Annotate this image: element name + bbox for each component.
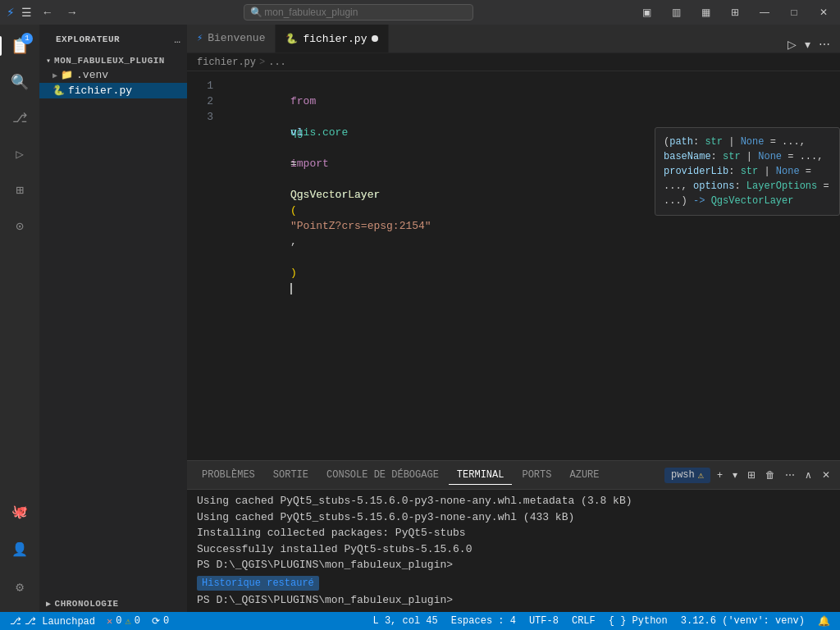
tooltip-param-options: options — [693, 180, 734, 192]
panel-tab-bar: PROBLÈMES SORTIE CONSOLE DE DÉBOGAGE TER… — [187, 461, 840, 490]
settings-icon: ⚙ — [16, 579, 24, 596]
status-errors[interactable]: ✕ 0 ⚠ 0 — [103, 612, 144, 630]
title-bar-right: ▣ ▥ ▦ ⊞ — □ ✕ — [637, 2, 833, 22]
status-python-version[interactable]: 3.12.6 ('venv': venv) — [678, 612, 808, 630]
sidebar-more-button[interactable]: … — [174, 34, 180, 46]
status-bell[interactable]: 🔔 — [815, 612, 833, 630]
branch-label: ⎇ Launchpad — [25, 615, 95, 628]
status-line-ending[interactable]: CRLF — [568, 612, 599, 630]
activity-item-settings[interactable]: ⚙ — [3, 571, 36, 604]
code-editor[interactable]: 1 from qgis.core import QgsVectorLayer 2 — [187, 71, 840, 460]
search-icon: 🔍 — [250, 7, 262, 19]
remote-icon: ⊙ — [16, 218, 24, 235]
activity-item-debug[interactable]: ▷ — [3, 138, 36, 171]
breadcrumb-item-2[interactable]: ... — [268, 57, 286, 68]
editor-actions: ▷ ▾ ⋯ — [778, 36, 840, 52]
status-branch[interactable]: ⎇ ⎇ Launchpad — [7, 612, 98, 630]
sidebar-chronologie-section[interactable]: ▶ CHRONOLOGIE — [39, 596, 187, 612]
tooltip-return-type: QgsVectorLayer — [711, 195, 794, 207]
status-language[interactable]: { } Python — [605, 612, 671, 630]
term-line-1: Using cached PyQt5_stubs-5.15.6.0-py3-no… — [197, 493, 830, 509]
venv-label: .venv — [76, 69, 108, 81]
line-content-2 — [226, 94, 840, 109]
tooltip-param-basename: baseName — [664, 151, 711, 162]
python-file-icon: 🐍 — [52, 84, 65, 97]
root-chevron-icon: ▾ — [46, 56, 51, 66]
status-sync[interactable]: ⟳ 0 — [148, 612, 172, 630]
breadcrumb-item-0[interactable]: fichier.py — [197, 57, 256, 68]
warning-icon: ⚠ — [125, 615, 130, 628]
activity-item-explorer[interactable]: 📋 1 — [3, 30, 36, 62]
editor-area: ⚡ Bienvenue 🐍 fichier.py ▷ ▾ ⋯ fichier.p… — [187, 25, 840, 612]
status-position[interactable]: L 3, col 45 — [369, 612, 441, 630]
line-number-3: 3 — [187, 109, 226, 125]
split-terminal-button[interactable]: ⊞ — [744, 468, 759, 482]
layout-panel-button[interactable]: ▦ — [696, 2, 715, 22]
terminal-prompt: PS D:\_QGIS\PLUGINS\mon_fabuleux_plugin> — [197, 592, 830, 609]
tab-problems[interactable]: PROBLÈMES — [194, 466, 263, 484]
layout-split-button[interactable]: ▥ — [666, 2, 686, 22]
terminal-dropdown-button[interactable]: ▾ — [729, 468, 741, 482]
panel-close-button[interactable]: ✕ — [819, 468, 833, 482]
line-number-2: 2 — [187, 94, 226, 109]
run-button[interactable]: ▷ — [784, 36, 800, 52]
panel-more-button[interactable]: ⋯ — [782, 468, 798, 482]
layout-grid-button[interactable]: ⊞ — [725, 2, 745, 22]
token-close-paren: ) — [290, 267, 297, 279]
status-right: L 3, col 45 Espaces : 4 UTF-8 CRLF { } P… — [369, 612, 833, 630]
editor-more-button[interactable]: ⋯ — [815, 36, 833, 52]
minimize-button[interactable]: — — [755, 2, 774, 22]
autocomplete-tooltip: (path: str | None = ..., baseName: str |… — [655, 127, 840, 216]
explorer-badge: 1 — [21, 33, 33, 44]
list-item-venv[interactable]: ▶ 📁 .venv — [39, 67, 187, 83]
activity-item-search[interactable]: 🔍 — [3, 66, 36, 98]
sync-count: 0 — [163, 615, 169, 627]
restore-button[interactable]: □ — [784, 2, 804, 22]
text-cursor — [290, 283, 292, 294]
terminal-content[interactable]: Using cached PyQt5_stubs-5.15.6.0-py3-no… — [187, 490, 840, 612]
modified-dot — [372, 35, 378, 42]
run-dropdown-button[interactable]: ▾ — [801, 36, 814, 52]
activity-item-accounts[interactable]: 👤 — [3, 533, 36, 566]
token-string: "PointZ?crs=epsg:2154" — [290, 220, 431, 232]
status-encoding[interactable]: UTF-8 — [526, 612, 562, 630]
nav-back-button[interactable]: ← — [39, 4, 57, 21]
spaces-label: Espaces : 4 — [451, 615, 516, 627]
panel-collapse-button[interactable]: ∧ — [801, 468, 815, 482]
tab-ports[interactable]: PORTS — [514, 466, 559, 484]
chronologie-label: CHRONOLOGIE — [55, 599, 119, 609]
tooltip-none-2: None — [758, 151, 782, 162]
tab-bienvenue[interactable]: ⚡ Bienvenue — [187, 25, 276, 52]
accounts-icon: 👤 — [11, 541, 28, 558]
title-bar: ⚡ ☰ ← → 🔍 ▣ ▥ ▦ ⊞ — □ ✕ — [0, 0, 840, 25]
activity-item-github[interactable]: 🐙 — [3, 495, 36, 528]
pwsh-warning-icon: ⚠ — [698, 469, 704, 482]
activity-item-scm[interactable]: ⎇ — [3, 102, 36, 135]
new-terminal-button[interactable]: + — [714, 468, 726, 482]
menu-icon[interactable]: ☰ — [21, 6, 32, 20]
list-item-fichier[interactable]: 🐍 fichier.py — [39, 83, 187, 98]
delete-terminal-button[interactable]: 🗑 — [762, 468, 778, 482]
global-search-input[interactable] — [244, 4, 473, 21]
sidebar-section-root[interactable]: ▾ MON_FABULEUX_PLUGIN — [39, 54, 187, 67]
activity-item-remote[interactable]: ⊙ — [3, 210, 36, 243]
search-wrapper: 🔍 — [244, 4, 473, 21]
tab-terminal[interactable]: TERMINAL — [449, 466, 513, 485]
tab-azure[interactable]: AZURE — [561, 466, 607, 484]
activity-item-extensions[interactable]: ⊞ — [3, 174, 36, 207]
tab-debug-console[interactable]: CONSOLE DE DÉBOGAGE — [318, 466, 447, 484]
position-label: L 3, col 45 — [372, 615, 437, 627]
title-bar-left: ⚡ ☰ ← → — [7, 4, 81, 21]
file-tree: ▶ 📁 .venv 🐍 fichier.py — [39, 67, 187, 98]
tooltip-type-str-2: str — [723, 151, 741, 162]
line-ending-label: CRLF — [572, 615, 596, 627]
tab-output[interactable]: SORTIE — [265, 466, 317, 484]
tab-fichier[interactable]: 🐍 fichier.py — [276, 25, 389, 52]
status-spaces[interactable]: Espaces : 4 — [448, 612, 519, 630]
layout-editor-button[interactable]: ▣ — [637, 2, 656, 22]
close-button[interactable]: ✕ — [814, 2, 833, 22]
code-line-3: 3 vl = QgsVectorLayer ( "PointZ?crs=epsg… — [187, 109, 840, 125]
nav-forward-button[interactable]: → — [63, 4, 81, 21]
line-number-1: 1 — [187, 78, 226, 94]
term-line-5: PS D:\_QGIS\PLUGINS\mon_fabuleux_plugin> — [197, 557, 830, 573]
